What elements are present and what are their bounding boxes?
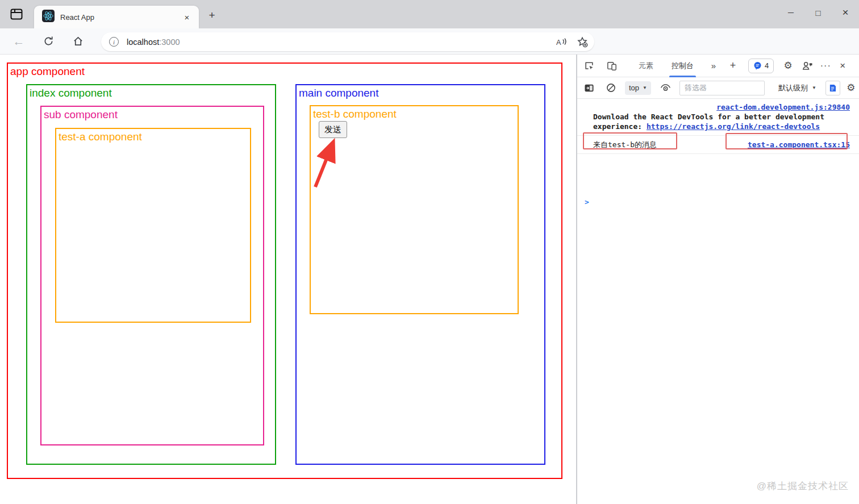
- browser-tab[interactable]: React App ×: [34, 6, 199, 28]
- filter-input[interactable]: [679, 81, 765, 95]
- issues-button[interactable]: [825, 81, 840, 95]
- add-panel-icon[interactable]: +: [725, 59, 740, 73]
- test-b-component-label: test-b component: [311, 106, 518, 122]
- console-log-text: 来自test-b的消息: [593, 140, 657, 149]
- clear-console-icon[interactable]: [603, 81, 618, 95]
- devtools-settings-icon[interactable]: ⚙: [781, 59, 795, 73]
- react-favicon: [42, 10, 55, 24]
- reload-icon[interactable]: [40, 33, 57, 50]
- source-link[interactable]: test-a.component.tsx:15: [748, 136, 850, 154]
- tab-console[interactable]: 控制台: [665, 55, 700, 77]
- tab-close-icon[interactable]: ×: [181, 11, 193, 23]
- back-icon[interactable]: ←: [10, 33, 27, 50]
- watermark: @稀土掘金技术社区: [757, 480, 849, 493]
- console-message-testb: test-a.component.tsx:15 来自test-b的消息: [577, 136, 859, 154]
- annotation-arrow: [307, 134, 347, 197]
- navbar: ← i localhost:3000 A: [0, 28, 859, 55]
- source-link[interactable]: react-dom.development.js:29840: [716, 103, 850, 111]
- devtools-main-toolbar: 元素 控制台 » + 4 ⚙ ··· ×: [577, 55, 859, 77]
- main-component-label: main component: [297, 85, 544, 101]
- console-settings-icon[interactable]: ⚙: [844, 81, 858, 95]
- site-info-icon[interactable]: i: [109, 37, 119, 47]
- console-text-line1: Download the React DevTools for a better…: [593, 112, 850, 122]
- home-icon[interactable]: [69, 33, 86, 50]
- console-output: react-dom.development.js:29840 Download …: [577, 99, 859, 154]
- console-message-devtools: react-dom.development.js:29840 Download …: [577, 99, 859, 136]
- live-expression-icon[interactable]: [658, 81, 673, 95]
- workspaces-icon[interactable]: [8, 7, 25, 21]
- index-component-label: index component: [27, 85, 275, 101]
- tab-title: React App: [60, 13, 181, 22]
- react-devtools-link[interactable]: https://reactjs.org/link/react-devtools: [647, 122, 820, 131]
- devtools-panel: 元素 控制台 » + 4 ⚙ ··· × top▼: [577, 55, 859, 504]
- feedback-count-button[interactable]: 4: [748, 59, 774, 73]
- url-text[interactable]: localhost:3000: [127, 38, 180, 47]
- svg-text:A: A: [556, 38, 561, 46]
- browser-window: React App × + ─ □ × ← i localhost:3000 A: [0, 0, 859, 504]
- chevron-down-icon: ▼: [643, 85, 647, 90]
- minimize-button[interactable]: ─: [777, 0, 804, 25]
- test-a-component-box: test-a component: [55, 128, 251, 323]
- console-prompt-chevron[interactable]: >: [585, 198, 589, 206]
- devtools-more-icon[interactable]: ···: [818, 59, 833, 73]
- add-favorite-icon[interactable]: [575, 35, 590, 49]
- log-level-selector[interactable]: 默认级别▼: [778, 83, 816, 93]
- console-text-line2: experience: https://reactjs.org/link/rea…: [593, 122, 850, 131]
- titlebar: React App × + ─ □ ×: [0, 0, 859, 28]
- sub-component-label: sub component: [41, 107, 263, 122]
- chat-bubble-icon: [753, 61, 762, 70]
- new-tab-button[interactable]: +: [205, 9, 219, 22]
- chevron-down-icon: ▼: [812, 85, 816, 90]
- window-controls: ─ □ ×: [777, 0, 859, 28]
- maximize-button[interactable]: □: [804, 0, 832, 25]
- tab-elements[interactable]: 元素: [632, 55, 660, 77]
- read-aloud-icon[interactable]: A: [554, 35, 569, 49]
- feedback-icon[interactable]: [800, 59, 815, 73]
- device-toolbar-icon[interactable]: [604, 59, 619, 73]
- context-selector[interactable]: top▼: [625, 81, 651, 95]
- more-tabs-icon[interactable]: »: [706, 59, 721, 73]
- console-toolbar: top▼ 默认级别▼ ⚙: [577, 77, 859, 99]
- inspect-element-icon[interactable]: [582, 59, 597, 73]
- issues-icon: [829, 84, 836, 92]
- test-a-component-label: test-a component: [56, 129, 250, 144]
- app-component-label: app component: [8, 64, 561, 79]
- address-bar[interactable]: i localhost:3000 A: [101, 32, 594, 51]
- close-button[interactable]: ×: [832, 0, 859, 25]
- devtools-close-icon[interactable]: ×: [835, 59, 850, 73]
- page-content: app component index component sub compon…: [0, 55, 576, 504]
- badge-count: 4: [765, 61, 769, 70]
- console-sidebar-icon[interactable]: [582, 81, 597, 95]
